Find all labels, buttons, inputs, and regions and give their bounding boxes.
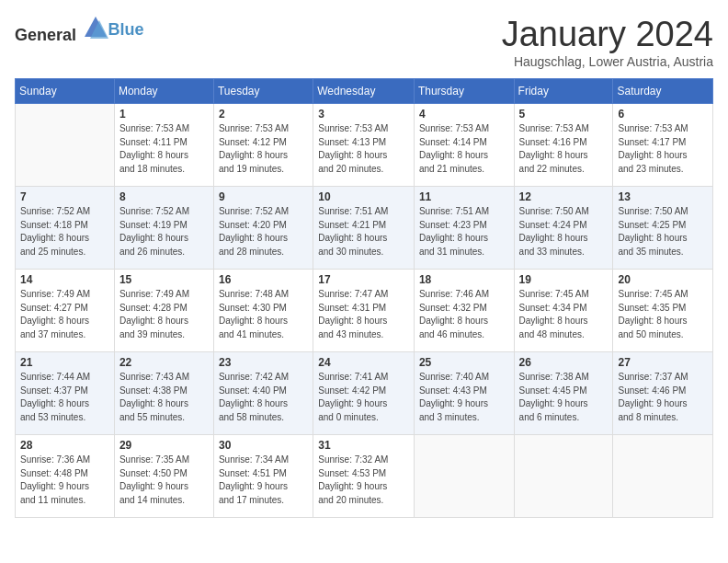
day-number: 6	[618, 108, 708, 121]
table-row: 20Sunrise: 7:45 AM Sunset: 4:35 PM Dayli…	[613, 270, 713, 352]
calendar-week-2: 7Sunrise: 7:52 AM Sunset: 4:18 PM Daylig…	[16, 187, 713, 270]
table-row: 24Sunrise: 7:41 AM Sunset: 4:42 PM Dayli…	[313, 352, 415, 435]
table-row	[414, 435, 514, 518]
table-row: 11Sunrise: 7:51 AM Sunset: 4:23 PM Dayli…	[414, 187, 514, 270]
day-info: Sunrise: 7:37 AM Sunset: 4:46 PM Dayligh…	[618, 371, 708, 424]
day-number: 28	[20, 439, 109, 452]
day-info: Sunrise: 7:53 AM Sunset: 4:17 PM Dayligh…	[618, 122, 708, 176]
day-info: Sunrise: 7:48 AM Sunset: 4:30 PM Dayligh…	[219, 288, 308, 341]
day-number: 18	[419, 273, 509, 286]
day-number: 4	[419, 108, 509, 121]
header-col-tuesday: Tuesday	[213, 79, 313, 104]
day-number: 27	[618, 356, 708, 369]
table-row: 7Sunrise: 7:52 AM Sunset: 4:18 PM Daylig…	[16, 187, 115, 270]
calendar-week-4: 21Sunrise: 7:44 AM Sunset: 4:37 PM Dayli…	[16, 352, 713, 435]
day-info: Sunrise: 7:35 AM Sunset: 4:50 PM Dayligh…	[119, 454, 209, 507]
day-info: Sunrise: 7:53 AM Sunset: 4:12 PM Dayligh…	[219, 122, 308, 176]
table-row: 27Sunrise: 7:37 AM Sunset: 4:46 PM Dayli…	[613, 352, 713, 435]
day-number: 19	[519, 273, 609, 286]
day-info: Sunrise: 7:32 AM Sunset: 4:53 PM Dayligh…	[318, 454, 409, 507]
day-info: Sunrise: 7:46 AM Sunset: 4:32 PM Dayligh…	[419, 288, 509, 341]
day-number: 23	[219, 356, 308, 369]
logo-blue: Blue	[108, 20, 144, 39]
day-info: Sunrise: 7:41 AM Sunset: 4:42 PM Dayligh…	[318, 371, 409, 424]
table-row: 16Sunrise: 7:48 AM Sunset: 4:30 PM Dayli…	[213, 270, 313, 352]
day-number: 5	[519, 108, 609, 121]
day-number: 17	[318, 273, 409, 286]
day-number: 7	[20, 190, 109, 203]
table-row: 3Sunrise: 7:53 AM Sunset: 4:13 PM Daylig…	[313, 104, 415, 187]
calendar-week-1: 1Sunrise: 7:53 AM Sunset: 4:11 PM Daylig…	[16, 104, 713, 187]
day-info: Sunrise: 7:43 AM Sunset: 4:38 PM Dayligh…	[119, 371, 209, 424]
table-row: 25Sunrise: 7:40 AM Sunset: 4:43 PM Dayli…	[414, 352, 514, 435]
logo-general: General	[15, 26, 76, 44]
table-row: 1Sunrise: 7:53 AM Sunset: 4:11 PM Daylig…	[114, 104, 213, 187]
day-info: Sunrise: 7:53 AM Sunset: 4:14 PM Dayligh…	[419, 122, 509, 176]
calendar-header-row: SundayMondayTuesdayWednesdayThursdayFrid…	[16, 79, 713, 104]
day-number: 14	[20, 273, 109, 286]
table-row: 6Sunrise: 7:53 AM Sunset: 4:17 PM Daylig…	[613, 104, 713, 187]
day-info: Sunrise: 7:50 AM Sunset: 4:24 PM Dayligh…	[519, 205, 609, 259]
table-row: 4Sunrise: 7:53 AM Sunset: 4:14 PM Daylig…	[414, 104, 514, 187]
table-row: 15Sunrise: 7:49 AM Sunset: 4:28 PM Dayli…	[114, 270, 213, 352]
table-row	[16, 104, 115, 187]
table-row: 29Sunrise: 7:35 AM Sunset: 4:50 PM Dayli…	[114, 435, 213, 518]
table-row: 18Sunrise: 7:46 AM Sunset: 4:32 PM Dayli…	[414, 270, 514, 352]
table-row: 22Sunrise: 7:43 AM Sunset: 4:38 PM Dayli…	[114, 352, 213, 435]
table-row: 10Sunrise: 7:51 AM Sunset: 4:21 PM Dayli…	[313, 187, 415, 270]
day-info: Sunrise: 7:42 AM Sunset: 4:40 PM Dayligh…	[219, 371, 308, 424]
day-number: 16	[219, 273, 308, 286]
day-number: 25	[419, 356, 509, 369]
table-row: 8Sunrise: 7:52 AM Sunset: 4:19 PM Daylig…	[114, 187, 213, 270]
day-number: 1	[119, 108, 209, 121]
day-info: Sunrise: 7:51 AM Sunset: 4:21 PM Dayligh…	[318, 205, 409, 259]
day-info: Sunrise: 7:50 AM Sunset: 4:25 PM Dayligh…	[618, 205, 708, 259]
day-info: Sunrise: 7:52 AM Sunset: 4:19 PM Dayligh…	[119, 205, 209, 259]
calendar-title: January 2024	[502, 15, 713, 54]
header-col-saturday: Saturday	[613, 79, 713, 104]
calendar-week-3: 14Sunrise: 7:49 AM Sunset: 4:27 PM Dayli…	[16, 270, 713, 352]
page-header: General Blue January 2024 Haugschlag, Lo…	[15, 15, 713, 69]
day-info: Sunrise: 7:49 AM Sunset: 4:28 PM Dayligh…	[119, 288, 209, 341]
day-number: 10	[318, 190, 409, 203]
day-number: 24	[318, 356, 409, 369]
day-number: 31	[318, 439, 409, 452]
day-info: Sunrise: 7:52 AM Sunset: 4:18 PM Dayligh…	[20, 205, 109, 259]
header-col-friday: Friday	[514, 79, 613, 104]
day-number: 22	[119, 356, 209, 369]
day-number: 20	[618, 273, 708, 286]
day-info: Sunrise: 7:40 AM Sunset: 4:43 PM Dayligh…	[419, 371, 509, 424]
day-number: 13	[618, 190, 708, 203]
day-number: 9	[219, 190, 308, 203]
table-row: 9Sunrise: 7:52 AM Sunset: 4:20 PM Daylig…	[213, 187, 313, 270]
day-info: Sunrise: 7:47 AM Sunset: 4:31 PM Dayligh…	[318, 288, 409, 341]
day-number: 15	[119, 273, 209, 286]
table-row: 28Sunrise: 7:36 AM Sunset: 4:48 PM Dayli…	[16, 435, 115, 518]
table-row: 21Sunrise: 7:44 AM Sunset: 4:37 PM Dayli…	[16, 352, 115, 435]
day-info: Sunrise: 7:36 AM Sunset: 4:48 PM Dayligh…	[20, 454, 109, 507]
day-info: Sunrise: 7:49 AM Sunset: 4:27 PM Dayligh…	[20, 288, 109, 341]
day-number: 3	[318, 108, 409, 121]
day-number: 12	[519, 190, 609, 203]
calendar-table: SundayMondayTuesdayWednesdayThursdayFrid…	[15, 78, 713, 518]
day-number: 26	[519, 356, 609, 369]
header-col-thursday: Thursday	[414, 79, 514, 104]
day-info: Sunrise: 7:45 AM Sunset: 4:35 PM Dayligh…	[618, 288, 708, 341]
day-info: Sunrise: 7:44 AM Sunset: 4:37 PM Dayligh…	[20, 371, 109, 424]
table-row: 19Sunrise: 7:45 AM Sunset: 4:34 PM Dayli…	[514, 270, 613, 352]
table-row: 13Sunrise: 7:50 AM Sunset: 4:25 PM Dayli…	[613, 187, 713, 270]
title-block: January 2024 Haugschlag, Lower Austria, …	[502, 15, 713, 69]
logo-icon	[83, 15, 108, 40]
table-row: 14Sunrise: 7:49 AM Sunset: 4:27 PM Dayli…	[16, 270, 115, 352]
day-info: Sunrise: 7:53 AM Sunset: 4:11 PM Dayligh…	[119, 122, 209, 176]
table-row: 23Sunrise: 7:42 AM Sunset: 4:40 PM Dayli…	[213, 352, 313, 435]
day-number: 11	[419, 190, 509, 203]
day-info: Sunrise: 7:34 AM Sunset: 4:51 PM Dayligh…	[219, 454, 308, 507]
calendar-subtitle: Haugschlag, Lower Austria, Austria	[502, 54, 713, 69]
logo: General Blue	[15, 15, 144, 45]
table-row: 2Sunrise: 7:53 AM Sunset: 4:12 PM Daylig…	[213, 104, 313, 187]
day-number: 8	[119, 190, 209, 203]
day-number: 29	[119, 439, 209, 452]
day-info: Sunrise: 7:52 AM Sunset: 4:20 PM Dayligh…	[219, 205, 308, 259]
day-info: Sunrise: 7:38 AM Sunset: 4:45 PM Dayligh…	[519, 371, 609, 424]
